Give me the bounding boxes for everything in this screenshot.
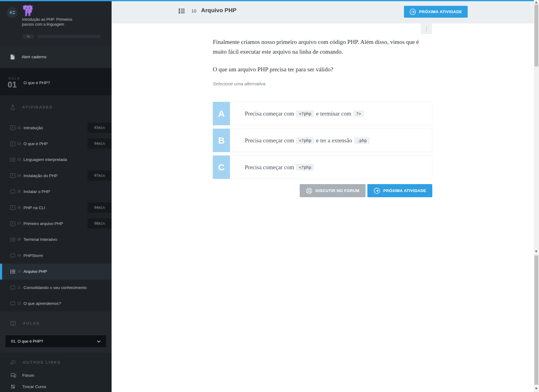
activities-section-header: ATIVIDADES bbox=[0, 95, 112, 115]
activity-number: 07 bbox=[17, 222, 22, 225]
book-icon bbox=[10, 189, 16, 194]
sidebar-activity-item[interactable]: 11 Consolidando o seu conhecimento bbox=[0, 280, 112, 295]
other-links-header: OUTROS LINKS bbox=[0, 353, 112, 369]
book-icon bbox=[10, 301, 16, 306]
answer-option[interactable]: A Precisa começar com<?phpe terminar com… bbox=[213, 102, 432, 125]
lifebuoy-icon bbox=[306, 187, 312, 194]
activity-duration-badge: 07min bbox=[87, 170, 112, 181]
option-body: Precisa começar com<?phpe terminar com?> bbox=[230, 102, 432, 125]
activity-number: 10 bbox=[191, 8, 197, 13]
activity-number: 11 bbox=[17, 286, 22, 289]
activity-number: 03 bbox=[17, 158, 22, 161]
book-icon bbox=[10, 285, 16, 290]
arrow-right-circle-icon bbox=[373, 187, 380, 194]
activity-number: 06 bbox=[17, 206, 22, 209]
activity-number: 08 bbox=[17, 238, 22, 241]
activity-label: Linguagem interpretada bbox=[23, 157, 67, 162]
activity-number: 09 bbox=[17, 254, 22, 257]
answer-option[interactable]: C Precisa começar com<?php bbox=[213, 155, 432, 179]
discuss-forum-label: DISCUTIR NO FORUM bbox=[316, 188, 359, 193]
video-icon bbox=[10, 125, 16, 130]
main-content: 10 Arquivo PHP PRÓXIMA ATIVIDADE ⋮ Final… bbox=[112, 0, 534, 392]
lesson-number: 01 bbox=[8, 80, 17, 90]
scrollbar-thumb[interactable] bbox=[534, 5, 538, 66]
aulas-section: AULAS 01. O que é PHP? bbox=[0, 312, 112, 353]
sidebar-activity-item[interactable]: 12 O que aprendemos? bbox=[0, 295, 112, 311]
activity-label: Primeiro arquivo PHP bbox=[23, 221, 63, 226]
next-activity-button-top[interactable]: PRÓXIMA ATIVIDADE bbox=[404, 6, 468, 18]
php-elephant-logo bbox=[21, 5, 34, 17]
sidebar-activity-item[interactable]: 10 Arquivo PHP bbox=[0, 264, 112, 280]
top-accent-bar bbox=[0, 0, 539, 1]
activities-section: ATIVIDADES 01 Introdução 03min 02 O que … bbox=[0, 95, 112, 312]
scroll-up-arrow[interactable] bbox=[535, 2, 537, 3]
sidebar-item-open-notebook[interactable]: Abrir caderno bbox=[0, 46, 112, 68]
video-icon bbox=[10, 173, 16, 178]
option-body: Precisa começar com<?phpe ter a extensão… bbox=[230, 129, 432, 152]
course-title: Introdução ao PHP: Primeiros passos com … bbox=[22, 17, 80, 27]
next-activity-button-bottom[interactable]: PRÓXIMA ATIVIDADE bbox=[367, 184, 432, 197]
activity-number: 02 bbox=[17, 142, 22, 145]
sidebar-activity-item[interactable]: 07 Primeiro arquivo PHP 08min bbox=[0, 216, 112, 231]
question-text: O que um arquivo PHP precisa ter para se… bbox=[213, 65, 432, 74]
activity-label: Instalação do PHP bbox=[23, 173, 58, 178]
activity-number: 10 bbox=[17, 270, 22, 273]
scroll-down-arrow[interactable] bbox=[535, 251, 537, 252]
sidebar-activity-item[interactable]: 08 Terminal Interativo bbox=[0, 232, 112, 248]
code-chip: ?> bbox=[353, 110, 364, 117]
option-text: e ter a extensão bbox=[316, 137, 352, 144]
scrollbar-thumb[interactable] bbox=[534, 255, 538, 385]
sidebar-item-switch-course[interactable]: Trocar Curso bbox=[0, 382, 112, 392]
activity-header: 10 Arquivo PHP PRÓXIMA ATIVIDADE bbox=[112, 0, 534, 23]
grid-icon bbox=[11, 384, 17, 389]
option-letter: C bbox=[213, 155, 230, 179]
open-book-icon bbox=[10, 321, 16, 326]
sidebar-activity-item[interactable]: 05 Instalar o PHP bbox=[0, 184, 112, 200]
list-icon bbox=[178, 7, 185, 15]
aulas-section-header: AULAS bbox=[0, 312, 112, 331]
sidebar-activity-item[interactable]: 01 Introdução 03min bbox=[0, 120, 112, 136]
activity-label: PHP na CLI bbox=[23, 205, 45, 210]
app-window: Introdução ao PHP: Primeiros passos com … bbox=[0, 0, 539, 392]
book-icon bbox=[10, 253, 16, 258]
other-links-section: OUTROS LINKS Fórum Trocar Curso bbox=[0, 353, 112, 392]
activity-number: 12 bbox=[17, 302, 22, 305]
arrow-right-circle-icon bbox=[409, 9, 416, 15]
collapse-sidebar-button[interactable] bbox=[7, 7, 18, 18]
code-chip: <?php bbox=[296, 137, 314, 144]
activities-list: 01 Introdução 03min 02 O que é PHP 04min… bbox=[0, 120, 112, 312]
forum-link-label: Fórum bbox=[22, 373, 34, 378]
answer-option[interactable]: B Precisa começar com<?phpe ter a extens… bbox=[213, 129, 432, 152]
activities-header-label: ATIVIDADES bbox=[22, 105, 53, 109]
activity-number: 05 bbox=[17, 190, 22, 193]
sidebar-activity-item[interactable]: 06 PHP na CLI 04min bbox=[0, 200, 112, 216]
lesson-title: O que é PHP? bbox=[23, 80, 50, 85]
lesson-select-value: 01. O que é PHP? bbox=[11, 339, 43, 344]
lesson-select-dropdown[interactable]: 01. O que é PHP? bbox=[5, 335, 106, 347]
activity-duration-badge: 03min bbox=[87, 123, 112, 133]
activity-label: PHPStorm bbox=[23, 253, 43, 258]
sidebar-item-forum[interactable]: Fórum bbox=[0, 370, 112, 380]
list-icon bbox=[10, 237, 16, 242]
course-progress-bar bbox=[37, 35, 101, 38]
activity-label: O que aprendemos? bbox=[23, 301, 61, 306]
sidebar-activity-item[interactable]: 03 Linguagem interpretada bbox=[0, 152, 112, 168]
scrollbar-track[interactable] bbox=[534, 0, 539, 392]
arrow-left-icon bbox=[9, 10, 16, 15]
next-activity-label: PRÓXIMA ATIVIDADE bbox=[383, 188, 426, 193]
sidebar-activity-item[interactable]: 04 Instalação do PHP 07min bbox=[0, 168, 112, 184]
scroll-down-arrow[interactable] bbox=[535, 388, 537, 390]
list-icon bbox=[10, 157, 16, 162]
sidebar-activity-item[interactable]: 02 O que é PHP 04min bbox=[0, 136, 112, 151]
course-sidebar: Introdução ao PHP: Primeiros passos com … bbox=[0, 0, 112, 392]
sidebar-activity-item[interactable]: 09 PHPStorm bbox=[0, 248, 112, 263]
activity-label: Instalar o PHP bbox=[23, 189, 50, 194]
discuss-forum-button[interactable]: DISCUTIR NO FORUM bbox=[300, 184, 366, 197]
activity-label: Terminal Interativo bbox=[23, 237, 57, 242]
lesson-kicker: AULA bbox=[9, 77, 20, 80]
video-icon bbox=[10, 141, 16, 147]
question-intro-text: Finalmente criamos nosso primeiro arquiv… bbox=[213, 37, 432, 57]
code-chip: .php bbox=[354, 137, 370, 144]
select-alternative-hint: Selecione uma alternativa bbox=[213, 81, 432, 86]
activity-label: Introdução bbox=[23, 126, 43, 130]
